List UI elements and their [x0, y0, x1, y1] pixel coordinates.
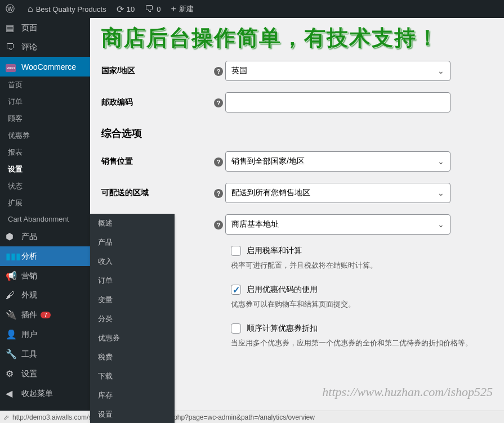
- plugins-badge: 7: [41, 312, 51, 318]
- sidebar-sub-customers[interactable]: 顾客: [0, 110, 90, 127]
- collapse-icon: ◀: [6, 388, 17, 399]
- enable-coupon-checkbox[interactable]: ✓: [231, 285, 241, 295]
- sequential-coupon-description: 当应用多个优惠券，应用第一个优惠券的全价和第二优待券的折扣价格等。: [231, 338, 493, 348]
- plug-icon: 🔌: [6, 309, 17, 320]
- zip-input[interactable]: [225, 92, 451, 112]
- promo-banner: 商店后台操作简单，有技术支持！: [101, 24, 493, 52]
- sidebar-sub-coupons[interactable]: 优惠券: [0, 127, 90, 144]
- browser-statusbar: ⬀ http://demo3.aiwalls.com/shopdemo/wp-a…: [0, 411, 504, 423]
- admin-sidebar: ▤页面 🗨评论 wooWooCommerce 首页 订单 顾客 优惠券 报表 设…: [0, 18, 90, 411]
- flyout-variations[interactable]: 变量: [90, 290, 175, 309]
- sell-location-value: 销售到全部国家/地区: [231, 156, 305, 166]
- country-value: 英国: [231, 66, 247, 76]
- flyout-coupons[interactable]: 优惠券: [90, 328, 175, 348]
- sequential-coupon-checkbox[interactable]: [231, 323, 241, 334]
- enable-tax-label: 启用税率和计算: [247, 246, 302, 256]
- sidebar-item-woocommerce[interactable]: wooWooCommerce: [0, 57, 90, 76]
- wp-logo[interactable]: ⓦ: [6, 3, 17, 15]
- cursor-icon: ⬀: [3, 413, 9, 421]
- country-select[interactable]: 英国 ⌄: [225, 61, 451, 81]
- ship-location-label: 可配送的区域: [101, 188, 214, 198]
- comment-icon: 🗨: [145, 4, 154, 14]
- help-icon[interactable]: ?: [214, 189, 223, 198]
- box-icon: ⬢: [6, 231, 17, 242]
- sidebar-item-appearance[interactable]: 🖌外观: [0, 286, 90, 305]
- comments-link[interactable]: 🗨0: [145, 4, 160, 14]
- new-label: 新建: [179, 4, 194, 14]
- watermark-text: https://www.huzhan.com/ishop525: [322, 385, 493, 399]
- sequential-coupon-label: 顺序计算优惠券折扣: [247, 323, 318, 334]
- chevron-down-icon: ⌄: [438, 66, 444, 75]
- page-icon: ▤: [6, 22, 17, 33]
- plus-icon: +: [171, 4, 176, 14]
- section-general-options: 综合选项: [101, 127, 493, 140]
- sidebar-item-tools[interactable]: 🔧工具: [0, 344, 90, 364]
- sidebar-item-collapse[interactable]: ◀收起菜单: [0, 384, 90, 403]
- chart-icon: ▮▮▮: [6, 251, 17, 262]
- flyout-revenue[interactable]: 收入: [90, 252, 175, 271]
- sell-location-label: 销售位置: [101, 156, 214, 166]
- tax-description: 税率可进行配置，并且税款将在结账时计算。: [231, 260, 493, 271]
- sidebar-item-marketing[interactable]: 📢营销: [0, 266, 90, 286]
- settings-slider-icon: ⚙: [6, 368, 17, 379]
- sidebar-sub-status[interactable]: 状态: [0, 178, 90, 195]
- sell-location-select[interactable]: 销售到全部国家/地区 ⌄: [225, 151, 451, 172]
- sidebar-sub-home[interactable]: 首页: [0, 76, 90, 93]
- ship-location-value: 配送到所有您销售地区: [231, 188, 310, 198]
- admin-topbar: ⓦ ⌂Best Quality Products ⟳10 🗨0 +新建: [0, 0, 504, 18]
- updates-link[interactable]: ⟳10: [117, 4, 135, 15]
- comment-count: 0: [157, 5, 160, 14]
- analytics-flyout-menu: 概述 产品 收入 订单 变量 分类 优惠券 税费 下载 库存 设置: [90, 214, 175, 423]
- new-content-link[interactable]: +新建: [171, 4, 193, 14]
- megaphone-icon: 📢: [6, 271, 17, 281]
- flyout-taxes[interactable]: 税费: [90, 348, 175, 367]
- flyout-overview[interactable]: 概述: [90, 214, 175, 233]
- home-icon: ⌂: [28, 4, 33, 14]
- coupon-description: 优惠券可以在购物车和结算页面提交。: [231, 299, 493, 309]
- comment-icon: 🗨: [6, 42, 17, 52]
- flyout-products[interactable]: 产品: [90, 233, 175, 252]
- sidebar-item-users[interactable]: 👤用户: [0, 325, 90, 344]
- default-address-select[interactable]: 商店基本地址 ⌄: [225, 214, 451, 235]
- enable-tax-checkbox[interactable]: [231, 246, 241, 256]
- ship-location-select[interactable]: 配送到所有您销售地区 ⌄: [225, 183, 451, 203]
- brush-icon: 🖌: [6, 290, 17, 300]
- help-icon[interactable]: ?: [214, 98, 223, 107]
- flyout-stock[interactable]: 库存: [90, 386, 175, 405]
- sidebar-sub-extensions[interactable]: 扩展: [0, 195, 90, 212]
- sidebar-item-comments[interactable]: 🗨评论: [0, 38, 90, 57]
- sidebar-item-plugins[interactable]: 🔌插件7: [0, 305, 90, 325]
- help-icon[interactable]: ?: [214, 158, 223, 166]
- country-label: 国家/地区: [101, 66, 214, 76]
- enable-coupon-label: 启用优惠代码的使用: [247, 285, 318, 295]
- sidebar-sub-orders[interactable]: 订单: [0, 93, 90, 110]
- refresh-icon: ⟳: [117, 4, 124, 15]
- chevron-down-icon: ⌄: [438, 188, 444, 197]
- sidebar-sub-settings[interactable]: 设置: [0, 161, 90, 178]
- sidebar-item-products[interactable]: ⬢产品: [0, 227, 90, 246]
- update-count: 10: [127, 5, 135, 14]
- help-icon[interactable]: ?: [214, 67, 223, 76]
- woocommerce-icon: woo: [6, 61, 17, 72]
- flyout-orders[interactable]: 订单: [90, 271, 175, 290]
- sidebar-sub-reports[interactable]: 报表: [0, 144, 90, 161]
- flyout-settings[interactable]: 设置: [90, 405, 175, 423]
- wordpress-icon: ⓦ: [6, 3, 15, 15]
- chevron-down-icon: ⌄: [438, 220, 444, 229]
- help-icon[interactable]: ?: [214, 220, 223, 230]
- chevron-down-icon: ⌄: [438, 157, 444, 166]
- default-address-value: 商店基本地址: [231, 219, 279, 230]
- sidebar-sub-cart-abandon[interactable]: Cart Abandonment: [0, 212, 90, 227]
- sidebar-item-pages[interactable]: ▤页面: [0, 18, 90, 38]
- flyout-downloads[interactable]: 下载: [90, 367, 175, 386]
- sidebar-item-analytics[interactable]: ▮▮▮分析: [0, 246, 90, 266]
- user-icon: 👤: [6, 329, 17, 340]
- site-name-label: Best Quality Products: [36, 5, 106, 14]
- sidebar-item-settings[interactable]: ⚙设置: [0, 364, 90, 384]
- flyout-categories[interactable]: 分类: [90, 309, 175, 328]
- site-link[interactable]: ⌂Best Quality Products: [28, 4, 106, 14]
- wrench-icon: 🔧: [6, 349, 17, 359]
- zip-label: 邮政编码: [101, 97, 214, 107]
